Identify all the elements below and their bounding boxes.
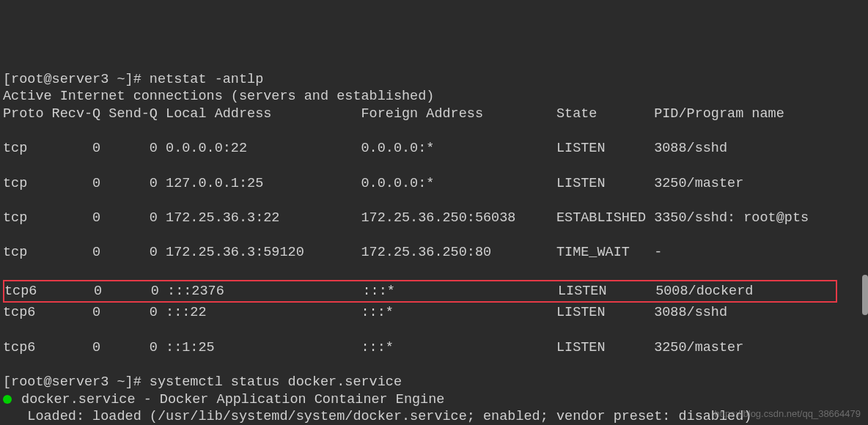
table-row: tcp 0 0 172.25.36.3:22 172.25.36.250:560… (3, 210, 809, 226)
highlighted-row-dockerd: tcp6 0 0 :::2376 :::* LISTEN 5008/docker… (3, 280, 837, 303)
netstat-header-active: Active Internet connections (servers and… (3, 89, 434, 104)
prompt-line-1: [root@server3 ~]# netstat -antlp (3, 72, 263, 87)
table-row: tcp6 0 0 :::22 :::* LISTEN 3088/sshd (3, 305, 727, 320)
table-row: tcp6 0 0 ::1:25 :::* LISTEN 3250/master (3, 340, 743, 355)
table-row: tcp 0 0 0.0.0.0:22 0.0.0.0:* LISTEN 3088… (3, 141, 727, 156)
table-row: tcp 0 0 127.0.0.1:25 0.0.0.0:* LISTEN 32… (3, 176, 743, 191)
table-row: tcp 0 0 172.25.36.3:59120 172.25.36.250:… (3, 245, 662, 260)
status-loaded: Loaded: loaded (/usr/lib/systemd/system/… (3, 409, 751, 424)
netstat-header-cols: Proto Recv-Q Send-Q Local Address Foreig… (3, 106, 784, 122)
status-active-dot-icon (3, 395, 12, 404)
watermark-text: https://blog.csdn.net/qq_38664479 (715, 408, 861, 421)
table-row: tcp6 0 0 :::2376 :::* LISTEN 5008/docker… (4, 284, 753, 299)
prompt-line-2: [root@server3 ~]# systemctl status docke… (3, 374, 402, 390)
scrollbar-thumb[interactable] (862, 275, 868, 315)
status-title-line: docker.service - Docker Application Cont… (3, 392, 444, 407)
